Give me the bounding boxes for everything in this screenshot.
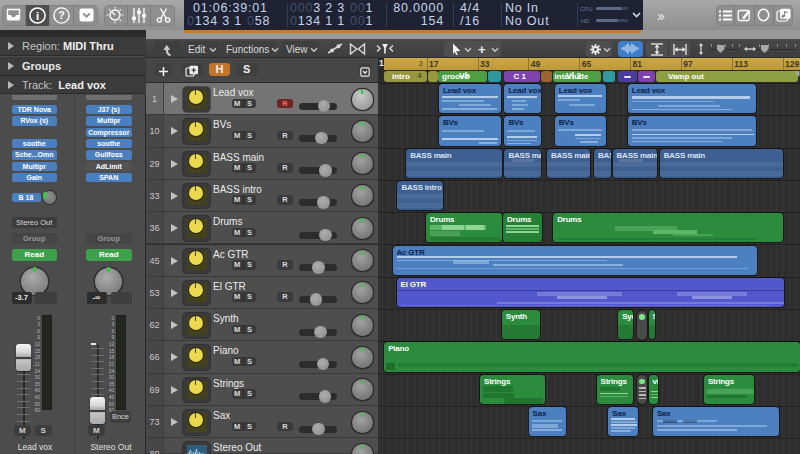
svg-text:?: ? [59, 9, 65, 21]
svg-text:i: i [36, 9, 39, 21]
